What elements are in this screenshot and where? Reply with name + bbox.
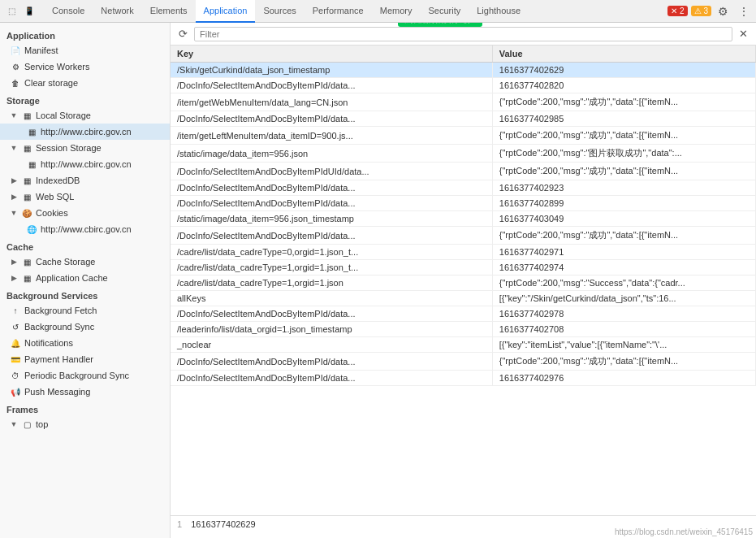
table-row[interactable]: /cadre/list/data_cadreType=0,orgid=1.jso… — [171, 245, 756, 260]
sidebar-item-cookies-group[interactable]: ▼ 🍪 Cookies — [0, 205, 170, 221]
warn-badge: ⚠ 3 — [691, 6, 711, 16]
table-row[interactable]: /DocInfo/SelectItemAndDocByItemPId/data.… — [171, 353, 756, 371]
tab-network[interactable]: Network — [93, 0, 141, 23]
section-header-application: Application — [0, 26, 170, 42]
bg-sync-icon: ↺ — [10, 321, 21, 332]
sidebar-item-local-storage-cbirc[interactable]: ▦ http://www.cbirc.gov.cn — [0, 124, 170, 140]
sidebar-item-bg-sync[interactable]: ↺ Background Sync — [0, 319, 170, 335]
table-row[interactable]: /DocInfo/SelectItemAndDocByItemPIdUId/da… — [171, 163, 756, 180]
manifest-icon: 📄 — [10, 45, 21, 56]
inspect-icon[interactable]: ⬚ — [3, 3, 19, 20]
table-cell-key: /item/getLeftMenuItem/data_itemID=900.js… — [171, 127, 492, 145]
filter-input[interactable] — [194, 27, 732, 41]
settings-button[interactable]: ⚙ — [715, 3, 732, 20]
sidebar-item-web-sql-label: Web SQL — [36, 192, 75, 202]
table-row[interactable]: /DocInfo/SelectItemAndDocByItemPId/data.… — [171, 306, 756, 322]
sidebar-item-cache-storage-label: Cache Storage — [36, 257, 95, 267]
table-row[interactable]: /DocInfo/SelectItemAndDocByItemPId/data.… — [171, 227, 756, 245]
table-cell-value: 1616377402971 — [492, 245, 755, 260]
sidebar-item-push-messaging-label: Push Messaging — [24, 387, 90, 397]
tab-elements[interactable]: Elements — [142, 0, 196, 23]
sidebar-item-bg-fetch[interactable]: ↑ Background Fetch — [0, 302, 170, 319]
filter-bar-wrapper: ⟳ ✕ 浏览器储存的键值 — [171, 23, 756, 46]
table-container: Key Value /Skin/getCurkind/data_json_tim… — [171, 46, 756, 515]
refresh-button[interactable]: ⟳ — [177, 26, 189, 41]
table-cell-value: {"rptCode":200,"msg":"Success","data":{"… — [492, 276, 755, 291]
table-cell-value: [{"key":"/Skin/getCurkind/data_json","ts… — [492, 291, 755, 306]
app-cache-icon: ▦ — [21, 272, 32, 284]
table-row[interactable]: /item/getWebMenuItem/data_lang=CN.json{"… — [171, 93, 756, 111]
sidebar-item-push-messaging[interactable]: 📢 Push Messaging — [0, 384, 170, 400]
table-row[interactable]: _noclear[{"key":"itemList","value":[{"it… — [171, 337, 756, 353]
table-cell-key: /item/getWebMenuItem/data_lang=CN.json — [171, 93, 492, 111]
sidebar-item-cookies-cbirc-label: http://www.cbirc.gov.cn — [41, 224, 132, 234]
more-button[interactable]: ⋮ — [735, 3, 753, 20]
table-row[interactable]: /item/getLeftMenuItem/data_itemID=900.js… — [171, 127, 756, 145]
table-row[interactable]: /DocInfo/SelectItemAndDocByItemPId/data.… — [171, 196, 756, 211]
sidebar-item-cache-storage[interactable]: ▶ ▦ Cache Storage — [0, 254, 170, 270]
tab-performance[interactable]: Performance — [305, 0, 372, 23]
table-cell-key: /Skin/getCurkind/data_json_timestamp — [171, 63, 492, 78]
tab-bar: ⬚ 📱 Console Network Elements Application… — [0, 0, 756, 23]
content-area: ⟳ ✕ 浏览器储存的键值 Key Value /Skin/getCurkind/… — [171, 23, 756, 538]
table-row[interactable]: /cadre/list/data_cadreType=1,orgid=1.jso… — [171, 260, 756, 276]
tab-security[interactable]: Security — [420, 0, 469, 23]
table-row[interactable]: /DocInfo/SelectItemAndDocByItemPId/data.… — [171, 371, 756, 386]
push-messaging-icon: 📢 — [10, 386, 21, 397]
frames-top-icon: ▢ — [21, 419, 32, 430]
sidebar-item-service-workers[interactable]: ⚙ Service Workers — [0, 59, 170, 75]
table-row[interactable]: /Skin/getCurkind/data_json_timestamp1616… — [171, 63, 756, 78]
indexeddb-arrow: ▶ — [10, 176, 18, 184]
table-cell-value: 1616377402976 — [492, 371, 755, 386]
table-row[interactable]: /DocInfo/SelectItemAndDocByItemPId/data.… — [171, 180, 756, 196]
table-cell-key: /cadre/list/data_cadreType=1,orgid=1.jso… — [171, 276, 492, 291]
local-storage-arrow: ▼ — [10, 111, 18, 119]
sidebar-item-indexeddb-label: IndexedDB — [36, 176, 80, 185]
table-cell-value: 1616377402820 — [492, 78, 755, 93]
clear-filter-button[interactable]: ✕ — [737, 26, 750, 41]
table-cell-key: allKeys — [171, 291, 492, 306]
table-cell-value: 1616377402708 — [492, 322, 755, 337]
sidebar-item-periodic-bg-sync[interactable]: ⏱ Periodic Background Sync — [0, 367, 170, 384]
device-icon[interactable]: 📱 — [21, 3, 37, 20]
cookies-cbirc-icon: 🌐 — [26, 223, 37, 235]
tab-sources[interactable]: Sources — [255, 0, 304, 23]
table-cell-key: /DocInfo/SelectItemAndDocByItemPIdUId/da… — [171, 163, 492, 180]
sidebar-item-notifications[interactable]: 🔔 Notifications — [0, 335, 170, 351]
tab-memory[interactable]: Memory — [372, 0, 421, 23]
section-header-bg-services: Background Services — [0, 286, 170, 302]
sidebar-item-app-cache[interactable]: ▶ ▦ Application Cache — [0, 270, 170, 286]
sidebar-item-session-storage-label: Session Storage — [36, 143, 102, 153]
table-row[interactable]: /DocInfo/SelectItemAndDocByItemPId/data.… — [171, 111, 756, 127]
table-row[interactable]: allKeys[{"key":"/Skin/getCurkind/data_js… — [171, 291, 756, 306]
sidebar-item-indexeddb[interactable]: ▶ ▦ IndexedDB — [0, 172, 170, 189]
cache-storage-icon: ▦ — [21, 256, 32, 267]
section-header-frames: Frames — [0, 400, 170, 416]
sidebar-item-cookies-cbirc[interactable]: 🌐 http://www.cbirc.gov.cn — [0, 221, 170, 237]
sidebar-item-session-storage-group[interactable]: ▼ ▦ Session Storage — [0, 140, 170, 156]
cache-storage-arrow: ▶ — [10, 258, 18, 266]
sidebar-item-session-storage-cbirc[interactable]: ▦ http://www.cbirc.gov.cn — [0, 156, 170, 172]
filter-bar: ⟳ ✕ — [171, 23, 756, 46]
table-row[interactable]: /DocInfo/SelectItemAndDocByItemPId/data.… — [171, 78, 756, 93]
tab-console[interactable]: Console — [44, 0, 93, 23]
tab-lighthouse[interactable]: Lighthouse — [469, 0, 529, 23]
sidebar-item-bg-fetch-label: Background Fetch — [24, 306, 97, 315]
sidebar-item-payment-handler[interactable]: 💳 Payment Handler — [0, 351, 170, 367]
sidebar-item-manifest-label: Manifest — [24, 46, 58, 55]
sidebar-item-web-sql[interactable]: ▶ ▦ Web SQL — [0, 189, 170, 205]
tab-application[interactable]: Application — [196, 0, 256, 23]
table-cell-key: /cadre/list/data_cadreType=1,orgid=1.jso… — [171, 260, 492, 276]
table-row[interactable]: /cadre/list/data_cadreType=1,orgid=1.jso… — [171, 276, 756, 291]
sidebar-item-clear-storage[interactable]: 🗑 Clear storage — [0, 75, 170, 91]
table-row[interactable]: /static/image/data_item=956.json_timesta… — [171, 211, 756, 227]
table-row[interactable]: /static/image/data_item=956.json{"rptCod… — [171, 145, 756, 163]
sidebar-item-manifest[interactable]: 📄 Manifest — [0, 42, 170, 59]
sidebar-item-local-storage-group[interactable]: ▼ ▦ Local Storage — [0, 107, 170, 124]
table-cell-key: /DocInfo/SelectItemAndDocByItemPId/data.… — [171, 78, 492, 93]
table-cell-value: 1616377402978 — [492, 306, 755, 322]
table-row[interactable]: /leaderinfo/list/data_orgid=1.json_times… — [171, 322, 756, 337]
sidebar-item-frames-top[interactable]: ▼ ▢ top — [0, 416, 170, 432]
table-cell-key: /DocInfo/SelectItemAndDocByItemPId/data.… — [171, 196, 492, 211]
storage-table: Key Value /Skin/getCurkind/data_json_tim… — [171, 46, 756, 386]
